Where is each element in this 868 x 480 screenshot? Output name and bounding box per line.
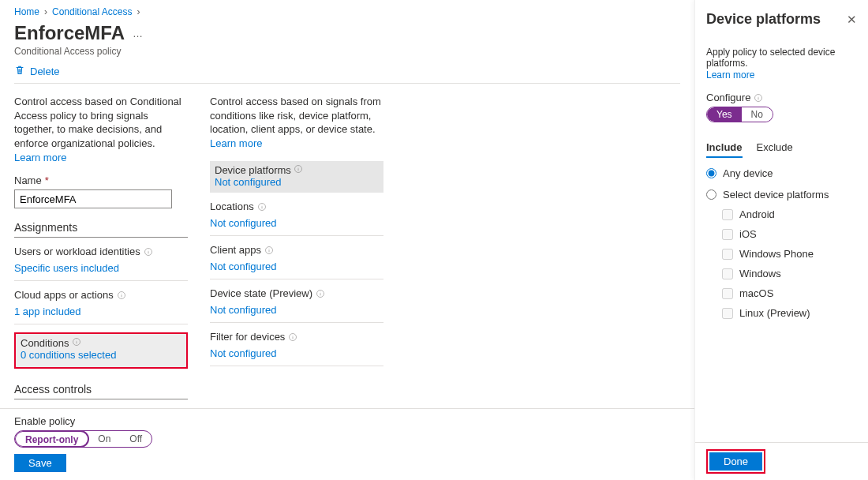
filter-devices-label: Filter for devices (210, 331, 285, 343)
checkbox-windows-phone[interactable]: Windows Phone (722, 248, 857, 260)
tab-exclude[interactable]: Exclude (757, 141, 793, 158)
radio-any-device[interactable]: Any device (706, 167, 857, 179)
enable-policy-toggle[interactable]: Report-only On Off (14, 430, 152, 448)
checkbox-ios[interactable]: iOS (722, 228, 857, 240)
info-icon[interactable] (72, 337, 81, 347)
users-label: Users or workload identities (14, 246, 140, 257)
users-link[interactable]: Specific users included (14, 262, 188, 280)
page-title: EnforceMFA (14, 22, 125, 44)
device-state-link[interactable]: Not configured (210, 304, 383, 322)
flyout-learn-more[interactable]: Learn more (706, 69, 754, 81)
cloud-apps-link[interactable]: 1 app included (14, 306, 188, 324)
radio-select-platforms[interactable]: Select device platforms (706, 189, 857, 201)
close-icon[interactable]: ✕ (847, 13, 857, 27)
client-apps-label: Client apps (210, 244, 261, 256)
done-button[interactable]: Done (709, 452, 762, 471)
info-icon[interactable] (288, 332, 297, 342)
client-apps-link[interactable]: Not configured (210, 261, 383, 279)
policy-description: Control access based on Conditional Acce… (14, 95, 188, 150)
access-controls-heading: Access controls (14, 383, 188, 399)
info-icon[interactable] (754, 93, 763, 103)
enable-policy-label: Enable policy (14, 415, 680, 427)
assignments-heading: Assignments (14, 221, 188, 238)
breadcrumb-conditional-access[interactable]: Conditional Access (52, 6, 132, 17)
toggle-on[interactable]: On (88, 431, 120, 447)
info-icon[interactable] (294, 164, 303, 174)
device-platforms-link[interactable]: Not configured (215, 176, 282, 188)
device-state-label: Device state (Preview) (210, 287, 312, 299)
page-subtitle: Conditional Access policy (14, 46, 680, 57)
toggle-report-only[interactable]: Report-only (14, 430, 89, 448)
name-label: Name (14, 174, 42, 186)
delete-button[interactable]: Delete (30, 66, 60, 77)
flyout-title: Device platforms (706, 11, 821, 28)
info-icon[interactable] (117, 291, 126, 300)
locations-link[interactable]: Not configured (210, 217, 383, 235)
info-icon[interactable] (257, 202, 267, 212)
locations-label: Locations (210, 201, 254, 212)
conditions-label: Conditions (21, 337, 69, 349)
configure-toggle[interactable]: Yes No (706, 107, 773, 122)
checkbox-android[interactable]: Android (722, 208, 857, 220)
trash-icon (14, 65, 25, 78)
flyout-description: Apply policy to selected device platform… (706, 47, 857, 69)
checkbox-macos[interactable]: macOS (722, 287, 857, 299)
device-platforms-panel: Device platforms ✕ Apply policy to selec… (694, 0, 868, 480)
required-asterisk: * (45, 174, 49, 186)
learn-more-link[interactable]: Learn more (14, 152, 66, 163)
device-platforms-label: Device platforms (215, 164, 291, 176)
chevron-right-icon: › (137, 6, 140, 17)
checkbox-windows[interactable]: Windows (722, 268, 857, 279)
policy-name-input[interactable] (14, 189, 172, 208)
info-icon[interactable] (316, 289, 325, 298)
chevron-right-icon: › (44, 6, 47, 17)
checkbox-linux[interactable]: Linux (Preview) (722, 307, 857, 319)
filter-devices-link[interactable]: Not configured (210, 347, 383, 366)
learn-more-conditions[interactable]: Learn more (210, 137, 262, 149)
conditions-link[interactable]: 0 conditions selected (21, 349, 116, 361)
save-button[interactable]: Save (14, 454, 66, 472)
more-actions-button[interactable]: … (133, 28, 144, 39)
toggle-off[interactable]: Off (120, 431, 152, 447)
configure-yes[interactable]: Yes (707, 107, 742, 122)
breadcrumb-home[interactable]: Home (14, 6, 39, 17)
configure-label: Configure (706, 92, 750, 103)
tab-include[interactable]: Include (706, 141, 743, 158)
info-icon[interactable] (144, 247, 153, 257)
breadcrumb: Home › Conditional Access › (14, 6, 680, 17)
info-icon[interactable] (264, 246, 274, 255)
configure-no[interactable]: No (742, 107, 773, 122)
cloud-apps-label: Cloud apps or actions (14, 289, 114, 301)
conditions-description: Control access based on signals from con… (210, 95, 383, 150)
